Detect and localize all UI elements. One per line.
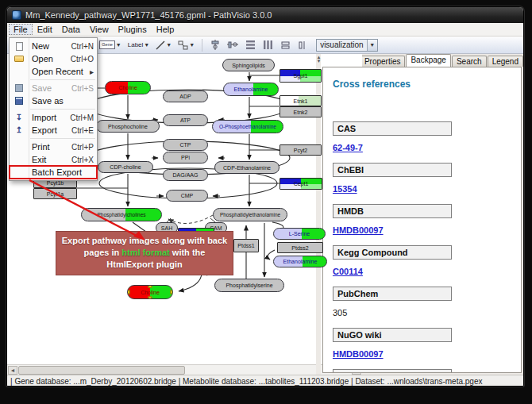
pathway-node-ppi[interactable]: PPi bbox=[163, 152, 208, 164]
menu-separator bbox=[30, 109, 95, 110]
visualization-combobox[interactable]: visualization ▼ bbox=[316, 39, 377, 52]
splitter-arrows-icon[interactable]: ▲▼ bbox=[316, 56, 322, 63]
menu-item-label: New bbox=[29, 41, 66, 51]
status-text: | Gene database: ...m_Derby_20120602.bri… bbox=[10, 377, 482, 386]
pathway-node-ctp[interactable]: CTP bbox=[163, 139, 208, 151]
align-center-button[interactable] bbox=[208, 38, 222, 52]
node-label: Sphingolipids bbox=[230, 63, 267, 68]
menu-item-import[interactable]: ↧ImportCtrl+M bbox=[10, 111, 97, 124]
tab-backpage[interactable]: Backpage bbox=[406, 54, 450, 67]
menu-item-new[interactable]: NewCtrl+N bbox=[10, 40, 97, 52]
node-label: DAG/AAG bbox=[172, 172, 200, 178]
selection-handle[interactable] bbox=[127, 290, 130, 294]
selection-handle[interactable] bbox=[148, 285, 152, 288]
chevron-down-icon[interactable]: ▼ bbox=[144, 42, 149, 48]
distribute-vertical-button[interactable] bbox=[243, 38, 257, 52]
scroll-left-icon[interactable]: ◄ bbox=[8, 366, 17, 375]
pathway-node-etnk1[interactable]: Etnk1 bbox=[279, 95, 322, 106]
node-label: ADP bbox=[178, 94, 192, 99]
pathway-node-dag-aag[interactable]: DAG/AAG bbox=[163, 169, 208, 181]
menu-shortcut: Ctrl+N bbox=[66, 42, 94, 51]
pathway-node-etnk2[interactable]: Etnk2 bbox=[279, 106, 322, 117]
pathway-node-phosphatidylethanolamine[interactable]: Phosphatidylethanolamine bbox=[213, 208, 287, 221]
xref-link-hmdb00097[interactable]: HMDB00097 bbox=[333, 349, 384, 359]
menu-item-batch-export[interactable]: Batch Export bbox=[10, 166, 97, 179]
menu-item-label: Print bbox=[29, 142, 67, 152]
pathway-node-atp[interactable]: ATP bbox=[163, 114, 208, 126]
pathway-node-ptdss1[interactable]: Ptdss1 bbox=[233, 239, 259, 252]
pathway-node-choline[interactable]: Choline bbox=[127, 285, 173, 299]
menu-file[interactable]: File bbox=[9, 24, 33, 35]
tab-properties[interactable]: Properties bbox=[360, 56, 406, 67]
tab-search[interactable]: Search bbox=[452, 56, 487, 67]
pathway-node-phosphatidylcholines[interactable]: Phosphatidylcholines bbox=[81, 208, 162, 221]
distribute-horizontal-button[interactable] bbox=[260, 38, 275, 52]
pathway-node-choline[interactable]: Choline bbox=[105, 81, 151, 94]
pathway-node-o-phosphoethanolamine[interactable]: O-Phosphoethanolamine bbox=[212, 120, 283, 133]
pathway-node-pcyt1a[interactable]: Pcyt1a bbox=[33, 188, 77, 199]
chevron-down-icon[interactable]: ▼ bbox=[189, 42, 195, 48]
pathway-node-adp[interactable]: ADP bbox=[163, 90, 208, 102]
pathway-node-pcyt2[interactable]: Pcyt2 bbox=[279, 144, 322, 156]
menu-item-save-as[interactable]: Save as bbox=[10, 94, 97, 107]
menu-item-exit[interactable]: ExitCtrl+X bbox=[10, 153, 97, 166]
chevron-down-icon[interactable]: ▼ bbox=[116, 42, 121, 48]
app-icon bbox=[12, 10, 21, 20]
xref-link-hmdb00097[interactable]: HMDB00097 bbox=[333, 225, 384, 235]
canvas-horizontal-scrollbar[interactable]: ◄ ► bbox=[7, 364, 362, 375]
stack-vertical-button[interactable] bbox=[278, 38, 292, 52]
menu-view[interactable]: View bbox=[85, 24, 114, 35]
pathway-node-ethanolamine[interactable]: Ethanolamine bbox=[223, 83, 279, 96]
pathway-node-cdp-ethanolamine[interactable]: CDP-Ethanolamine bbox=[214, 161, 279, 174]
add-label-button[interactable]: Label ▼ bbox=[126, 38, 152, 52]
menu-help[interactable]: Help bbox=[152, 24, 179, 35]
draw-line-button[interactable]: ▼ bbox=[154, 38, 173, 52]
node-label: Etnk2 bbox=[292, 110, 310, 115]
node-label: Etnk1 bbox=[292, 98, 310, 104]
menu-item-export[interactable]: ↥ExportCtrl+E bbox=[10, 124, 97, 137]
pathway-node-phosphocholine[interactable]: Phosphocholine bbox=[96, 120, 160, 133]
node-label: Phosphocholine bbox=[106, 124, 149, 129]
menu-edit[interactable]: Edit bbox=[33, 24, 57, 35]
pathway-node-cmp[interactable]: CMP bbox=[166, 190, 208, 202]
menu-item-label: Export bbox=[29, 125, 67, 135]
menu-shortcut: Ctrl+P bbox=[67, 143, 94, 152]
xref-link-c00114[interactable]: C00114 bbox=[333, 267, 363, 276]
pathway-node-phosphatidylserine[interactable]: Phosphatidylserine bbox=[214, 279, 284, 292]
xref-value-305: 305 bbox=[333, 308, 521, 317]
pathway-node-l-serine[interactable]: L-Serine bbox=[273, 228, 326, 240]
node-label: CDP-choline bbox=[108, 164, 142, 170]
menu-item-save[interactable]: SaveCtrl+S bbox=[10, 82, 97, 94]
node-label: Ethanolamine bbox=[233, 87, 270, 92]
node-label: Phosphatidylserine bbox=[224, 283, 274, 288]
menu-item-open-recent[interactable]: Open Recent▸ bbox=[10, 65, 97, 78]
draw-shape-button[interactable]: ▼ bbox=[176, 38, 196, 52]
selection-handle[interactable] bbox=[171, 290, 174, 294]
menu-plugins[interactable]: Plugins bbox=[114, 24, 152, 35]
align-middle-button[interactable] bbox=[226, 38, 240, 52]
node-label: Phosphatidylethanolamine bbox=[218, 212, 282, 217]
xref-link-15354[interactable]: 15354 bbox=[333, 184, 357, 194]
new-icon bbox=[10, 42, 29, 51]
tab-legend[interactable]: Legend bbox=[488, 56, 523, 67]
pathway-node-ethanolamine[interactable]: Ethanolamine bbox=[273, 256, 327, 267]
menu-item-print[interactable]: PrintCtrl+P bbox=[10, 140, 97, 153]
chevron-down-icon[interactable]: ▼ bbox=[367, 40, 377, 51]
annotation-line: Export pathway images along with back bbox=[58, 235, 231, 247]
scrollbar-thumb[interactable] bbox=[18, 366, 185, 375]
pathway-node-ptdss2[interactable]: Ptdss2 bbox=[277, 242, 323, 253]
stack-horizontal-button[interactable] bbox=[295, 38, 310, 52]
chevron-down-icon[interactable]: ▼ bbox=[166, 42, 172, 48]
xref-link-62-49-7[interactable]: 62-49-7 bbox=[333, 143, 363, 152]
add-gene-button[interactable]: Gene ▼ bbox=[98, 38, 122, 52]
pathway-node-cept1[interactable]: Cept1 bbox=[279, 178, 322, 190]
title-bar[interactable]: Mm_Kennedy_pathway_WP1771_45176.gpml - P… bbox=[7, 7, 523, 23]
pathway-node-sphingolipids[interactable]: Sphingolipids bbox=[222, 59, 275, 71]
pathway-node-cdp-choline[interactable]: CDP-choline bbox=[98, 161, 153, 173]
menu-item-open[interactable]: OpenCtrl+O bbox=[10, 52, 97, 65]
save-icon bbox=[10, 84, 29, 92]
selection-handle[interactable] bbox=[148, 297, 152, 300]
xref-section-cas: CAS bbox=[333, 121, 452, 136]
pathway-node-sgpl1[interactable]: Sgpl1 bbox=[279, 69, 322, 83]
menu-data[interactable]: Data bbox=[57, 24, 85, 35]
